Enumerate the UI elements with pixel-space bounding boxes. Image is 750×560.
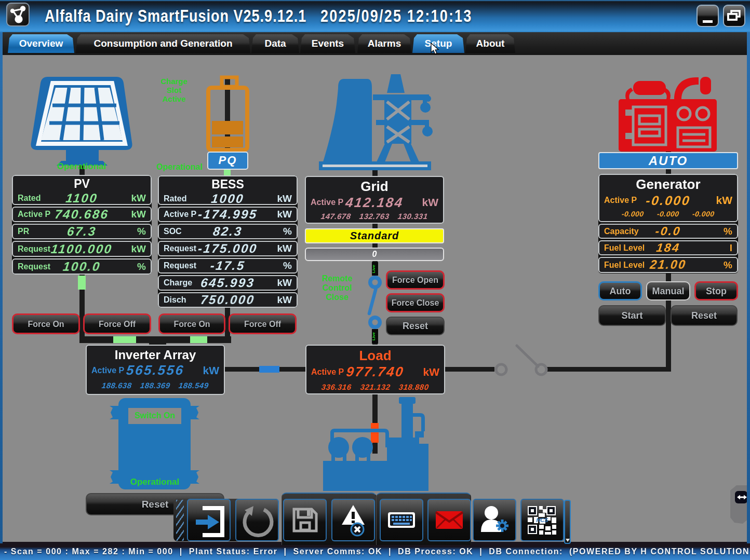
- svg-text:HCS: HCS: [536, 517, 548, 523]
